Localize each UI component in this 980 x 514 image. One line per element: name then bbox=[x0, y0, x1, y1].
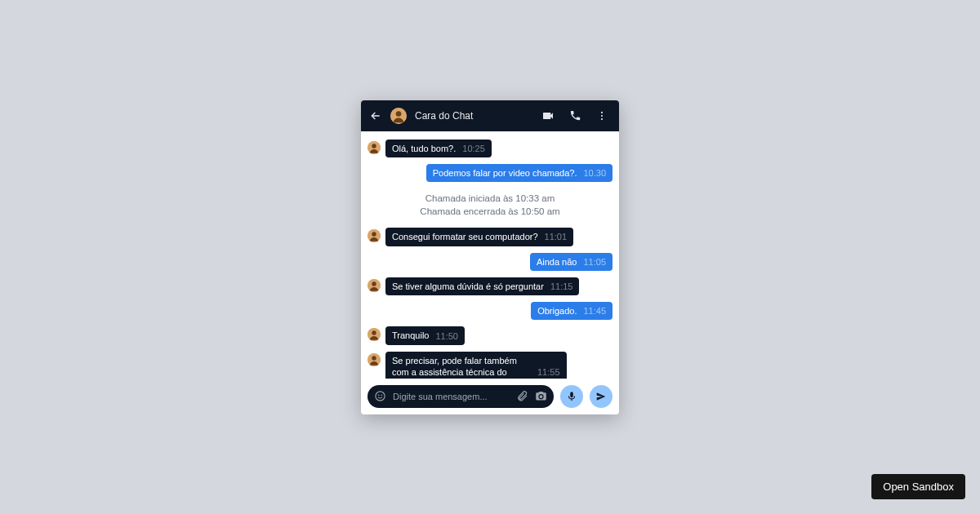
message-bubble[interactable]: Se tiver alguma dúvida é só perguntar 11… bbox=[385, 277, 579, 295]
message-row: Obrigado. 11:45 bbox=[368, 302, 612, 320]
message-bubble[interactable]: Ainda não 11:05 bbox=[530, 253, 612, 271]
composer bbox=[368, 385, 554, 408]
message-bubble[interactable]: Consegui formatar seu computador? 11:01 bbox=[385, 228, 573, 246]
svg-point-15 bbox=[376, 392, 385, 401]
camera-icon[interactable] bbox=[535, 390, 547, 402]
message-row: Podemos falar por video chamada?. 10.30 bbox=[368, 164, 612, 182]
message-time: 10:25 bbox=[462, 144, 485, 153]
message-text: Se tiver alguma dúvida é só perguntar bbox=[392, 281, 544, 292]
system-message: Chamada iniciada às 10:33 am Chamada enc… bbox=[368, 188, 612, 221]
message-row: Olá, tudo bom?. 10:25 bbox=[368, 140, 612, 157]
video-call-icon[interactable] bbox=[538, 109, 558, 122]
chat-title: Cara do Chat bbox=[415, 110, 530, 122]
message-time: 11:15 bbox=[550, 281, 573, 291]
svg-point-6 bbox=[372, 144, 376, 148]
svg-point-17 bbox=[381, 395, 382, 396]
message-bubble[interactable]: Podemos falar por video chamada?. 10.30 bbox=[426, 164, 612, 182]
avatar[interactable] bbox=[390, 108, 407, 124]
svg-point-3 bbox=[601, 114, 603, 116]
avatar bbox=[368, 141, 381, 154]
message-time: 11:05 bbox=[583, 257, 606, 267]
message-bubble[interactable]: Tranquilo 11:50 bbox=[385, 326, 465, 344]
message-input[interactable] bbox=[393, 392, 510, 401]
phone-call-icon[interactable] bbox=[566, 109, 585, 122]
message-row: Se precisar, pode falar também com a ass… bbox=[368, 352, 612, 379]
message-row: Ainda não 11:05 bbox=[368, 253, 612, 271]
svg-point-16 bbox=[378, 395, 379, 396]
message-text: Consegui formatar seu computador? bbox=[392, 231, 538, 242]
message-text: Obrigado. bbox=[537, 305, 577, 317]
message-text: Se precisar, pode falar também com a ass… bbox=[392, 355, 531, 379]
message-row: Tranquilo 11:50 bbox=[368, 326, 612, 344]
message-time: 11:01 bbox=[545, 232, 568, 241]
mic-button[interactable] bbox=[560, 385, 583, 408]
svg-point-10 bbox=[372, 281, 376, 286]
message-time: 11:55 bbox=[537, 367, 560, 377]
message-bubble[interactable]: Se precisar, pode falar também com a ass… bbox=[385, 352, 567, 379]
message-bubble[interactable]: Olá, tudo bom?. 10:25 bbox=[385, 140, 492, 157]
emoji-icon[interactable] bbox=[374, 390, 386, 402]
attachment-icon[interactable] bbox=[516, 390, 528, 402]
message-time: 10.30 bbox=[583, 168, 606, 178]
message-time: 11:50 bbox=[435, 331, 458, 341]
message-bubble[interactable]: Obrigado. 11:45 bbox=[531, 302, 612, 320]
system-line: Chamada iniciada às 10:33 am bbox=[368, 192, 612, 205]
avatar bbox=[368, 279, 381, 292]
open-sandbox-button[interactable]: Open Sandbox bbox=[871, 474, 965, 499]
avatar bbox=[368, 229, 381, 242]
message-text: Ainda não bbox=[537, 256, 577, 268]
message-text: Tranquilo bbox=[392, 330, 429, 341]
avatar bbox=[368, 328, 381, 341]
message-row: Se tiver alguma dúvida é só perguntar 11… bbox=[368, 277, 612, 295]
message-row: Consegui formatar seu computador? 11:01 bbox=[368, 228, 612, 246]
system-line: Chamada encerrada às 10:50 am bbox=[368, 205, 612, 218]
messages-list[interactable]: Olá, tudo bom?. 10:25 Podemos falar por … bbox=[361, 131, 619, 379]
svg-point-2 bbox=[601, 111, 603, 113]
avatar bbox=[368, 353, 381, 366]
svg-point-4 bbox=[601, 118, 603, 120]
svg-point-14 bbox=[372, 356, 376, 360]
open-sandbox-label: Open Sandbox bbox=[883, 481, 954, 493]
send-button[interactable] bbox=[590, 385, 612, 408]
composer-area bbox=[361, 379, 619, 414]
chat-header: Cara do Chat bbox=[361, 100, 619, 131]
more-icon[interactable] bbox=[593, 110, 611, 122]
chat-window: Cara do Chat Olá, tudo bom?. 10:25 Podem… bbox=[361, 100, 619, 414]
svg-point-1 bbox=[396, 111, 402, 117]
message-text: Olá, tudo bom?. bbox=[392, 143, 456, 154]
svg-point-12 bbox=[372, 331, 376, 335]
message-text: Podemos falar por video chamada?. bbox=[433, 167, 577, 179]
back-icon[interactable] bbox=[369, 109, 382, 122]
svg-point-8 bbox=[372, 233, 376, 237]
message-time: 11:45 bbox=[583, 306, 606, 316]
